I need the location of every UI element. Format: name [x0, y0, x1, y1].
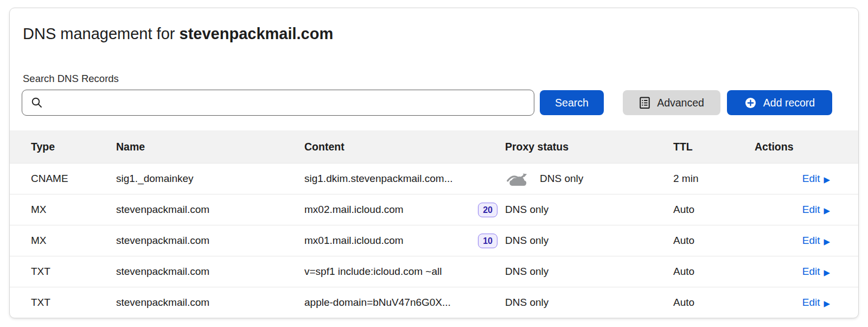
page-title-domain: stevenpackmail.com — [180, 25, 334, 42]
record-type: MX — [31, 235, 116, 247]
proxy-status-text: DNS only — [505, 297, 548, 309]
add-record-button-label: Add record — [763, 97, 815, 109]
search-input[interactable] — [22, 90, 534, 116]
record-ttl: Auto — [673, 204, 755, 216]
record-type: TXT — [31, 266, 116, 278]
record-actions: Edit▶ — [755, 297, 858, 309]
record-ttl: Auto — [673, 235, 755, 247]
record-content: apple-domain=bNuV47n6G0X... — [304, 297, 505, 309]
record-ttl: 2 min — [673, 173, 755, 185]
record-name: stevenpackmail.com — [116, 204, 304, 216]
edit-link[interactable]: Edit▶ — [802, 235, 830, 247]
record-content: mx01.mail.icloud.com 10 — [304, 234, 505, 248]
table-row: TXT stevenpackmail.com v=spf1 include:ic… — [10, 256, 858, 287]
edit-link-label: Edit — [802, 266, 820, 278]
header-type: Type — [31, 141, 116, 153]
table-row: CNAME sig1._domainkey sig1.dkim.stevenpa… — [10, 163, 858, 194]
record-content-text: sig1.dkim.stevenpackmail.com... — [304, 173, 453, 185]
edit-link-label: Edit — [802, 173, 820, 185]
page-title: DNS management for stevenpackmail.com — [23, 22, 858, 45]
proxy-status-cell: DNS only — [505, 235, 673, 247]
record-actions: Edit▶ — [755, 173, 858, 185]
caret-right-icon: ▶ — [824, 237, 830, 246]
record-type: MX — [31, 204, 116, 216]
record-name: stevenpackmail.com — [116, 235, 304, 247]
header-ttl: TTL — [673, 141, 755, 153]
edit-link-label: Edit — [802, 297, 820, 309]
proxy-status-text: DNS only — [505, 204, 548, 216]
edit-link[interactable]: Edit▶ — [802, 173, 830, 185]
add-record-button[interactable]: Add record — [727, 90, 832, 115]
edit-link[interactable]: Edit▶ — [802, 204, 830, 216]
record-actions: Edit▶ — [755, 204, 858, 216]
record-content-text: v=spf1 include:icloud.com ~all — [304, 266, 442, 278]
proxy-status-text: DNS only — [540, 173, 583, 185]
record-type: TXT — [31, 297, 116, 309]
search-label: Search DNS Records — [23, 72, 858, 85]
dns-management-card: DNS management for stevenpackmail.com Se… — [9, 8, 859, 318]
header-actions: Actions — [755, 141, 858, 153]
caret-right-icon: ▶ — [824, 268, 830, 276]
dns-only-cloud-icon — [505, 171, 530, 187]
caret-right-icon: ▶ — [824, 175, 830, 184]
table-row: MX stevenpackmail.com mx01.mail.icloud.c… — [10, 225, 858, 256]
search-button[interactable]: Search — [540, 90, 604, 115]
record-ttl: Auto — [673, 266, 755, 278]
proxy-status-cell: DNS only — [505, 171, 673, 187]
plus-circle-icon — [744, 97, 757, 109]
edit-link[interactable]: Edit▶ — [802, 297, 830, 309]
proxy-status-text: DNS only — [505, 266, 548, 278]
proxy-status-text: DNS only — [505, 235, 548, 247]
advanced-button-label: Advanced — [657, 97, 704, 109]
caret-right-icon: ▶ — [824, 206, 830, 215]
mx-priority-badge: 20 — [478, 203, 497, 217]
table-body: CNAME sig1._domainkey sig1.dkim.stevenpa… — [10, 163, 858, 318]
record-content-text: mx01.mail.icloud.com — [304, 235, 404, 247]
record-content: sig1.dkim.stevenpackmail.com... — [304, 173, 505, 185]
advanced-button[interactable]: Advanced — [623, 90, 720, 115]
header-proxy-status: Proxy status — [505, 141, 673, 153]
table-row: TXT stevenpackmail.com apple-domain=bNuV… — [10, 287, 858, 318]
record-name: stevenpackmail.com — [116, 297, 304, 309]
table-header-row: Type Name Content Proxy status TTL Actio… — [10, 130, 858, 163]
edit-link-label: Edit — [802, 235, 820, 247]
header-content: Content — [304, 141, 505, 153]
search-box — [22, 90, 534, 116]
controls-bar: Search Advanced Add record — [22, 90, 845, 116]
record-name: sig1._domainkey — [116, 173, 304, 185]
record-name: stevenpackmail.com — [116, 266, 304, 278]
proxy-status-cell: DNS only — [505, 297, 673, 309]
page-title-prefix: DNS management for — [23, 25, 175, 42]
record-content: v=spf1 include:icloud.com ~all — [304, 266, 505, 278]
header-name: Name — [116, 141, 304, 153]
table-row: MX stevenpackmail.com mx02.mail.icloud.c… — [10, 194, 858, 225]
dns-records-table: Type Name Content Proxy status TTL Actio… — [10, 130, 858, 318]
caret-right-icon: ▶ — [824, 299, 830, 307]
record-actions: Edit▶ — [755, 266, 858, 278]
edit-link-label: Edit — [802, 204, 820, 216]
record-content: mx02.mail.icloud.com 20 — [304, 203, 505, 217]
record-content-text: apple-domain=bNuV47n6G0X... — [304, 297, 451, 309]
list-document-icon — [639, 97, 650, 109]
proxy-status-cell: DNS only — [505, 204, 673, 216]
record-actions: Edit▶ — [755, 235, 858, 247]
mx-priority-badge: 10 — [478, 234, 497, 248]
record-type: CNAME — [31, 173, 116, 185]
edit-link[interactable]: Edit▶ — [802, 266, 830, 278]
proxy-status-cell: DNS only — [505, 266, 673, 278]
record-ttl: Auto — [673, 297, 755, 309]
record-content-text: mx02.mail.icloud.com — [304, 204, 404, 216]
